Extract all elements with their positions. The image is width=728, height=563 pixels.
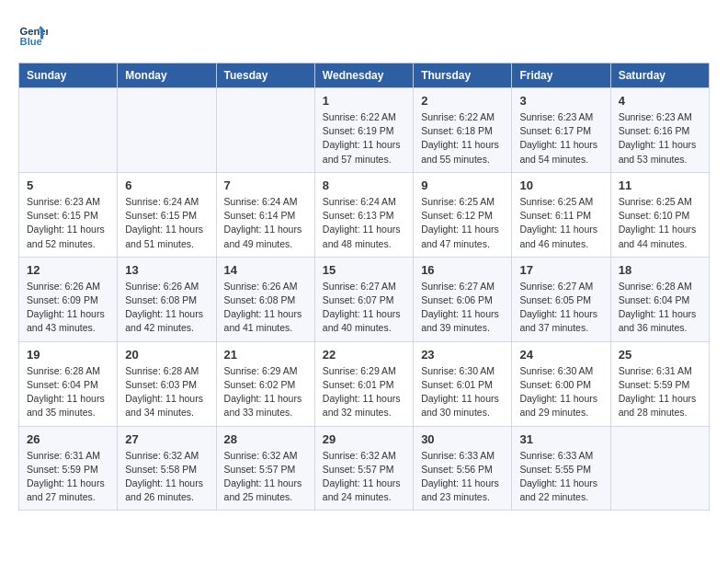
day-info: Sunrise: 6:33 AM Sunset: 5:55 PM Dayligh…: [519, 449, 602, 505]
calendar-cell: 8Sunrise: 6:24 AM Sunset: 6:13 PM Daylig…: [314, 172, 413, 257]
day-number: 8: [323, 178, 405, 192]
calendar-cell: 18Sunrise: 6:28 AM Sunset: 6:04 PM Dayli…: [610, 257, 709, 341]
day-number: 2: [421, 94, 504, 108]
logo: General Blue: [18, 18, 51, 48]
day-info: Sunrise: 6:23 AM Sunset: 6:16 PM Dayligh…: [619, 110, 701, 167]
calendar-cell: 16Sunrise: 6:27 AM Sunset: 6:06 PM Dayli…: [414, 257, 512, 341]
calendar-cell: 19Sunrise: 6:28 AM Sunset: 6:04 PM Dayli…: [19, 341, 118, 426]
week-row: 1Sunrise: 6:22 AM Sunset: 6:19 PM Daylig…: [19, 88, 710, 173]
day-number: 24: [519, 348, 602, 362]
weekday-header-saturday: Saturday: [610, 63, 709, 88]
logo-icon: General Blue: [18, 18, 48, 48]
calendar-cell: 28Sunrise: 6:32 AM Sunset: 5:57 PM Dayli…: [216, 426, 314, 511]
week-row: 5Sunrise: 6:23 AM Sunset: 6:15 PM Daylig…: [19, 172, 710, 257]
calendar-body: 1Sunrise: 6:22 AM Sunset: 6:19 PM Daylig…: [19, 88, 710, 511]
day-number: 25: [619, 348, 701, 362]
svg-text:Blue: Blue: [20, 36, 42, 47]
calendar-cell: 26Sunrise: 6:31 AM Sunset: 5:59 PM Dayli…: [19, 426, 118, 511]
calendar-cell: [610, 426, 709, 511]
weekday-header-thursday: Thursday: [414, 63, 512, 88]
day-info: Sunrise: 6:25 AM Sunset: 6:10 PM Dayligh…: [619, 195, 701, 251]
calendar-cell: 14Sunrise: 6:26 AM Sunset: 6:08 PM Dayli…: [216, 257, 314, 341]
day-number: 7: [224, 178, 307, 192]
day-info: Sunrise: 6:28 AM Sunset: 6:04 PM Dayligh…: [27, 364, 109, 420]
calendar-cell: [19, 88, 118, 173]
week-row: 26Sunrise: 6:31 AM Sunset: 5:59 PM Dayli…: [19, 426, 710, 511]
day-number: 16: [421, 263, 504, 277]
weekday-row: SundayMondayTuesdayWednesdayThursdayFrid…: [19, 63, 710, 88]
calendar-cell: 12Sunrise: 6:26 AM Sunset: 6:09 PM Dayli…: [19, 257, 118, 341]
weekday-header-wednesday: Wednesday: [314, 63, 413, 88]
svg-text:General: General: [20, 26, 48, 37]
day-info: Sunrise: 6:32 AM Sunset: 5:57 PM Dayligh…: [323, 449, 405, 505]
calendar-cell: 24Sunrise: 6:30 AM Sunset: 6:00 PM Dayli…: [512, 341, 610, 426]
day-info: Sunrise: 6:26 AM Sunset: 6:08 PM Dayligh…: [125, 280, 208, 336]
day-number: 29: [323, 432, 405, 446]
calendar-cell: 25Sunrise: 6:31 AM Sunset: 5:59 PM Dayli…: [610, 341, 709, 426]
day-number: 17: [519, 263, 602, 277]
calendar-cell: 17Sunrise: 6:27 AM Sunset: 6:05 PM Dayli…: [512, 257, 610, 341]
week-row: 19Sunrise: 6:28 AM Sunset: 6:04 PM Dayli…: [19, 341, 710, 426]
week-row: 12Sunrise: 6:26 AM Sunset: 6:09 PM Dayli…: [19, 257, 710, 341]
day-info: Sunrise: 6:27 AM Sunset: 6:05 PM Dayligh…: [519, 280, 602, 336]
day-info: Sunrise: 6:22 AM Sunset: 6:19 PM Dayligh…: [323, 110, 405, 167]
day-info: Sunrise: 6:29 AM Sunset: 6:01 PM Dayligh…: [323, 364, 405, 420]
day-info: Sunrise: 6:24 AM Sunset: 6:13 PM Dayligh…: [323, 195, 405, 251]
calendar-cell: 31Sunrise: 6:33 AM Sunset: 5:55 PM Dayli…: [512, 426, 610, 511]
calendar-cell: 6Sunrise: 6:24 AM Sunset: 6:15 PM Daylig…: [118, 172, 216, 257]
day-number: 20: [125, 348, 208, 362]
day-number: 23: [421, 348, 504, 362]
day-info: Sunrise: 6:29 AM Sunset: 6:02 PM Dayligh…: [224, 364, 307, 420]
day-number: 14: [224, 263, 307, 277]
day-info: Sunrise: 6:27 AM Sunset: 6:07 PM Dayligh…: [323, 280, 405, 336]
day-number: 4: [619, 94, 701, 108]
day-number: 12: [27, 263, 109, 277]
calendar-cell: 22Sunrise: 6:29 AM Sunset: 6:01 PM Dayli…: [314, 341, 413, 426]
day-info: Sunrise: 6:26 AM Sunset: 6:09 PM Dayligh…: [27, 280, 109, 336]
day-info: Sunrise: 6:33 AM Sunset: 5:56 PM Dayligh…: [421, 449, 504, 505]
calendar-cell: 13Sunrise: 6:26 AM Sunset: 6:08 PM Dayli…: [118, 257, 216, 341]
day-number: 3: [519, 94, 602, 108]
day-info: Sunrise: 6:24 AM Sunset: 6:14 PM Dayligh…: [224, 195, 307, 251]
calendar-cell: 29Sunrise: 6:32 AM Sunset: 5:57 PM Dayli…: [314, 426, 413, 511]
calendar-cell: 5Sunrise: 6:23 AM Sunset: 6:15 PM Daylig…: [19, 172, 118, 257]
day-number: 9: [421, 178, 504, 192]
day-info: Sunrise: 6:25 AM Sunset: 6:11 PM Dayligh…: [519, 195, 602, 251]
day-number: 11: [619, 178, 701, 192]
calendar-cell: 20Sunrise: 6:28 AM Sunset: 6:03 PM Dayli…: [118, 341, 216, 426]
calendar-cell: 23Sunrise: 6:30 AM Sunset: 6:01 PM Dayli…: [414, 341, 512, 426]
calendar-cell: 9Sunrise: 6:25 AM Sunset: 6:12 PM Daylig…: [414, 172, 512, 257]
day-info: Sunrise: 6:32 AM Sunset: 5:57 PM Dayligh…: [224, 449, 307, 505]
calendar-cell: 15Sunrise: 6:27 AM Sunset: 6:07 PM Dayli…: [314, 257, 413, 341]
day-number: 10: [519, 178, 602, 192]
day-info: Sunrise: 6:30 AM Sunset: 6:01 PM Dayligh…: [421, 364, 504, 420]
weekday-header-tuesday: Tuesday: [216, 63, 314, 88]
calendar-cell: [216, 88, 314, 173]
calendar-cell: 11Sunrise: 6:25 AM Sunset: 6:10 PM Dayli…: [610, 172, 709, 257]
calendar-cell: 10Sunrise: 6:25 AM Sunset: 6:11 PM Dayli…: [512, 172, 610, 257]
calendar-cell: 21Sunrise: 6:29 AM Sunset: 6:02 PM Dayli…: [216, 341, 314, 426]
day-number: 26: [27, 432, 109, 446]
day-info: Sunrise: 6:25 AM Sunset: 6:12 PM Dayligh…: [421, 195, 504, 251]
calendar-cell: 2Sunrise: 6:22 AM Sunset: 6:18 PM Daylig…: [414, 88, 512, 173]
calendar-cell: 27Sunrise: 6:32 AM Sunset: 5:58 PM Dayli…: [118, 426, 216, 511]
day-number: 5: [27, 178, 109, 192]
day-info: Sunrise: 6:27 AM Sunset: 6:06 PM Dayligh…: [421, 280, 504, 336]
calendar-cell: 30Sunrise: 6:33 AM Sunset: 5:56 PM Dayli…: [414, 426, 512, 511]
day-info: Sunrise: 6:26 AM Sunset: 6:08 PM Dayligh…: [224, 280, 307, 336]
calendar-cell: 1Sunrise: 6:22 AM Sunset: 6:19 PM Daylig…: [314, 88, 413, 173]
day-info: Sunrise: 6:24 AM Sunset: 6:15 PM Dayligh…: [125, 195, 208, 251]
day-number: 30: [421, 432, 504, 446]
day-info: Sunrise: 6:28 AM Sunset: 6:03 PM Dayligh…: [125, 364, 208, 420]
calendar-cell: [118, 88, 216, 173]
calendar-header: SundayMondayTuesdayWednesdayThursdayFrid…: [19, 63, 710, 88]
day-info: Sunrise: 6:23 AM Sunset: 6:17 PM Dayligh…: [519, 110, 602, 167]
day-number: 27: [125, 432, 208, 446]
day-number: 19: [27, 348, 109, 362]
day-number: 21: [224, 348, 307, 362]
weekday-header-monday: Monday: [118, 63, 216, 88]
calendar-table: SundayMondayTuesdayWednesdayThursdayFrid…: [18, 63, 710, 511]
day-number: 18: [619, 263, 701, 277]
day-number: 31: [519, 432, 602, 446]
day-info: Sunrise: 6:28 AM Sunset: 6:04 PM Dayligh…: [619, 280, 701, 336]
